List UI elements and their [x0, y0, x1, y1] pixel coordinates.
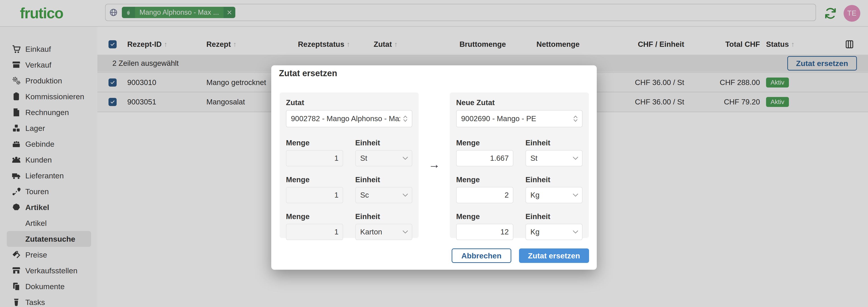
sidebar-item-verkaufsstellen[interactable]: Verkaufsstellen [0, 263, 97, 278]
zutat-label: Zutat [286, 98, 412, 107]
sidebar-item-label: Kommissionieren [25, 92, 84, 101]
dialog-title: Zutat ersetzen [279, 68, 337, 78]
cart-icon [11, 44, 21, 54]
search-input[interactable]: Mango Alphonso - Max ... [105, 4, 816, 21]
einheit-select[interactable]: Kg [526, 224, 583, 240]
sidebar-item-label: Gebinde [25, 140, 55, 149]
cancel-button[interactable]: Abbrechen [452, 248, 511, 263]
chevron-down-icon [572, 230, 579, 234]
menge-input[interactable] [456, 150, 513, 166]
column-header-chf-einheit[interactable]: CHF / Einheit [589, 37, 684, 52]
einheit-label: Einheit [355, 139, 412, 147]
row-checkbox-checked[interactable] [108, 98, 117, 106]
cell-chf-einheit: CHF 36.00 / St [589, 73, 684, 92]
einheit-select[interactable]: St [526, 150, 583, 166]
sidebar-item-touren[interactable]: Touren [0, 184, 97, 199]
brand-logo: frutico [20, 4, 63, 22]
sort-asc-icon: ↑ [394, 40, 398, 48]
sidebar-item-label: Lager [25, 124, 45, 133]
globe-icon [109, 8, 118, 17]
neue-zutat-select[interactable]: 9002690 - Mango - PE [456, 110, 583, 127]
chevron-down-icon [402, 230, 408, 234]
select-all-checkbox[interactable] [108, 37, 117, 52]
sidebar-item-label: Dokumente [25, 282, 65, 291]
einheit-select: Sc [355, 187, 412, 203]
sidebar-item-gebinde[interactable]: Gebinde [0, 136, 97, 152]
column-header-rezeptstatus[interactable]: Rezeptstatus↑ [298, 37, 350, 52]
sidebar-item-preise[interactable]: Preise [0, 247, 97, 263]
filter-chip[interactable]: Mango Alphonso - Max ... [122, 7, 235, 18]
menge-label: Menge [456, 212, 513, 221]
einheit-select: St [355, 150, 412, 166]
neue-zutat-select-value: 9002690 - Mango - PE [461, 114, 536, 123]
column-header-rezept-id[interactable]: Rezept-ID↑ [127, 37, 167, 52]
menge-label: Menge [286, 176, 343, 184]
sidebar-subitem-artikel[interactable]: Artikel [0, 215, 97, 231]
sidebar-item-lieferanten[interactable]: Lieferanten [0, 168, 97, 184]
header-label: Total CHF [725, 40, 760, 49]
sidebar-item-rechnungen[interactable]: Rechnungen [0, 104, 97, 120]
status-badge: Aktiv [766, 78, 789, 88]
einheit-select-value: St [530, 154, 537, 162]
crate-icon [11, 139, 21, 149]
menge-label: Menge [286, 139, 343, 147]
sidebar-item-verkauf[interactable]: Verkauf [0, 57, 97, 73]
sidebar-item-kommissionieren[interactable]: Kommissionieren [0, 89, 97, 104]
close-icon[interactable] [223, 7, 235, 18]
replace-ingredient-toolbar-button[interactable]: Zutat ersetzen [787, 56, 857, 70]
menge-input [286, 150, 343, 166]
truck-icon [11, 171, 21, 181]
invoice-icon [11, 108, 21, 117]
fruit-icon [11, 202, 21, 212]
einheit-label: Einheit [355, 176, 412, 184]
column-header-rezept[interactable]: Rezept↑ [206, 37, 237, 52]
columns-icon[interactable] [844, 39, 855, 49]
sidebar-item-tasks[interactable]: Tasks [0, 294, 97, 307]
sidebar-item-artikel[interactable]: Artikel [0, 199, 97, 215]
table-header: Rezept-ID↑ Rezept↑ Rezeptstatus↑ Zutat↑ … [97, 37, 868, 52]
checkbox-checked-icon[interactable] [108, 40, 117, 49]
sidebar-item-kunden[interactable]: Kunden [0, 152, 97, 168]
header-label: CHF / Einheit [638, 40, 684, 49]
new-ingredient-panel: Neue Zutat 9002690 - Mango - PE Menge Ei… [450, 92, 589, 238]
sort-asc-icon: ↑ [233, 40, 237, 48]
arrow-right-icon: → [427, 158, 442, 171]
column-header-nettomenge[interactable]: Nettomenge [500, 37, 580, 52]
sidebar-subitem-zutatensuche[interactable]: Zutatensuche [7, 231, 91, 247]
menge-label: Menge [456, 176, 513, 184]
chevron-down-icon [402, 193, 408, 197]
sidebar-item-label: Tasks [25, 298, 45, 307]
sidebar-item-einkauf[interactable]: Einkauf [0, 41, 97, 57]
menge-input[interactable] [456, 187, 513, 203]
chevron-down-icon [572, 193, 579, 197]
einheit-select: Karton [355, 224, 412, 240]
cell-rezept-id: 9003051 [127, 92, 156, 112]
sidebar-item-label: Artikel [25, 203, 49, 212]
column-header-bruttomenge[interactable]: Bruttomenge [427, 37, 506, 52]
einheit-select-value: Kg [530, 228, 539, 236]
header-label: Rezept-ID [127, 40, 162, 49]
einheit-select-value: Karton [360, 228, 382, 236]
status-badge: Aktiv [766, 97, 789, 107]
menge-input[interactable] [456, 224, 513, 240]
header-label: Status [766, 40, 789, 49]
menge-input [286, 224, 343, 240]
users-icon [11, 155, 21, 165]
zutat-select[interactable]: 9002782 - Mango Alphonso - Max Hä [286, 110, 412, 127]
row-checkbox-checked[interactable] [108, 79, 117, 87]
sidebar-item-label: Verkauf [25, 61, 51, 69]
sidebar-item-produktion[interactable]: Produktion [0, 73, 97, 89]
current-ingredient-panel: Zutat 9002782 - Mango Alphonso - Max Hä … [280, 92, 418, 238]
sidebar-item-dokumente[interactable]: Dokumente [0, 278, 97, 294]
column-header-status[interactable]: Status↑ [766, 37, 795, 52]
sidebar-item-label: Touren [25, 187, 49, 196]
column-header-zutat[interactable]: Zutat↑ [374, 37, 398, 52]
column-header-total-chf[interactable]: Total CHF [683, 37, 760, 52]
avatar[interactable]: TE [844, 5, 860, 22]
einheit-select[interactable]: Kg [526, 187, 583, 203]
sidebar: Einkauf Verkauf Produktion Kommissionier… [0, 27, 97, 307]
refresh-icon[interactable] [824, 7, 837, 20]
dialog-footer: Abbrechen Zutat ersetzen [452, 248, 589, 263]
confirm-replace-button[interactable]: Zutat ersetzen [519, 248, 589, 263]
sidebar-item-lager[interactable]: Lager [0, 120, 97, 136]
